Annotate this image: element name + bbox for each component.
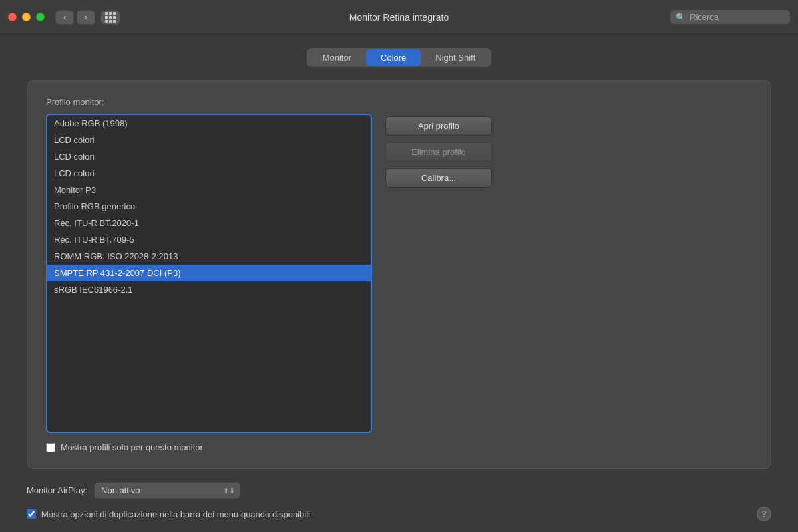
back-button[interactable]: ‹ xyxy=(55,10,74,25)
tab-bar: Monitor Colore Night Shift xyxy=(307,48,492,67)
content-area: Monitor Colore Night Shift Profilo monit… xyxy=(0,35,798,482)
profile-list[interactable]: Adobe RGB (1998) LCD colori LCD colori L… xyxy=(47,115,371,432)
search-icon: 🔍 xyxy=(676,13,686,22)
search-input[interactable] xyxy=(690,12,783,22)
list-item[interactable]: LCD colori xyxy=(47,148,371,165)
list-item[interactable]: Rec. ITU-R BT.709-5 xyxy=(47,231,371,248)
help-button[interactable]: ? xyxy=(757,507,771,521)
open-profile-button[interactable]: Apri profilo xyxy=(385,116,492,136)
tab-colore[interactable]: Colore xyxy=(366,49,421,66)
list-item[interactable]: Adobe RGB (1998) xyxy=(47,115,371,132)
show-profiles-checkbox[interactable] xyxy=(46,443,55,452)
minimize-button[interactable] xyxy=(22,13,31,21)
duplicate-checkbox[interactable] xyxy=(27,509,36,519)
show-profiles-label: Mostra profili solo per questo monitor xyxy=(61,442,203,452)
duplicate-label: Mostra opzioni di duplicazione nella bar… xyxy=(41,509,310,519)
airplay-select-wrapper[interactable]: Non attivo ⬆⬇ xyxy=(94,482,240,499)
show-profiles-row: Mostra profili solo per questo monitor xyxy=(46,442,752,452)
grid-icon xyxy=(105,12,116,23)
search-box[interactable]: 🔍 xyxy=(670,10,790,24)
main-panel: Profilo monitor: Adobe RGB (1998) LCD co… xyxy=(27,80,771,469)
list-item-selected[interactable]: SMPTE RP 431-2-2007 DCI (P3) xyxy=(47,265,371,281)
profile-list-container: Adobe RGB (1998) LCD colori LCD colori L… xyxy=(46,114,372,433)
profile-buttons: Apri profilo Elimina profilo Calibra... xyxy=(385,114,492,433)
traffic-lights xyxy=(8,13,45,21)
list-item[interactable]: LCD colori xyxy=(47,165,371,182)
bottom-bar: Monitor AirPlay: Non attivo ⬆⬇ Mostra op… xyxy=(0,482,798,532)
tab-monitor[interactable]: Monitor xyxy=(308,49,366,66)
duplicate-row: Mostra opzioni di duplicazione nella bar… xyxy=(27,507,771,521)
airplay-label: Monitor AirPlay: xyxy=(27,485,87,495)
calibrate-button[interactable]: Calibra... xyxy=(385,168,492,188)
list-item[interactable]: ROMM RGB: ISO 22028-2:2013 xyxy=(47,248,371,265)
window-title: Monitor Retina integrato xyxy=(349,12,449,23)
list-item[interactable]: Rec. ITU-R BT.2020-1 xyxy=(47,215,371,231)
list-item[interactable]: sRGB IEC61966-2.1 xyxy=(47,281,371,298)
profile-area: Adobe RGB (1998) LCD colori LCD colori L… xyxy=(46,114,752,433)
tab-nightshift[interactable]: Night Shift xyxy=(421,49,490,66)
maximize-button[interactable] xyxy=(36,13,45,21)
grid-button[interactable] xyxy=(100,10,120,25)
list-item[interactable]: LCD colori xyxy=(47,132,371,148)
list-item[interactable]: Monitor P3 xyxy=(47,182,371,198)
nav-buttons: ‹ › xyxy=(55,10,95,25)
list-item[interactable]: Profilo RGB generico xyxy=(47,198,371,215)
delete-profile-button[interactable]: Elimina profilo xyxy=(385,142,492,162)
forward-button[interactable]: › xyxy=(77,10,95,25)
airplay-row: Monitor AirPlay: Non attivo ⬆⬇ xyxy=(27,482,771,499)
close-button[interactable] xyxy=(8,13,17,21)
airplay-select[interactable]: Non attivo xyxy=(94,482,240,499)
profile-label: Profilo monitor: xyxy=(46,97,752,107)
titlebar: ‹ › Monitor Retina integrato 🔍 xyxy=(0,0,798,35)
